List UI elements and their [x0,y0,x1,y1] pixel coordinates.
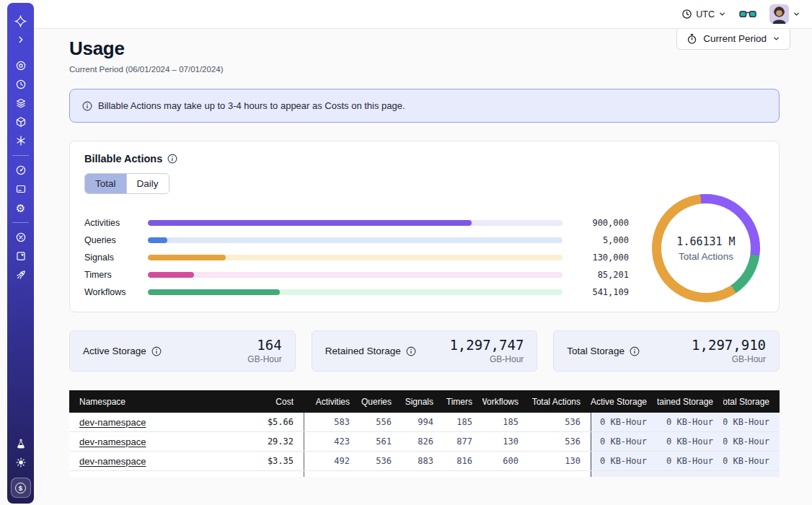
col-retained-storage: Retained Storage [657,390,723,413]
activities-cell: 492 [304,452,360,470]
info-icon [82,101,92,111]
bar-row-timers: Timers 85,201 [84,266,629,284]
chevron-right-icon[interactable] [11,30,31,49]
retained-storage-card: Retained Storage 1,297,747 GB-Hour [312,330,538,372]
activities-cell: 423 [304,432,360,451]
namespace-usage-table: Namespace Cost Activities Queries Signal… [69,390,780,477]
bar-row-activities: Activities 900,000 [84,214,629,232]
bar-track [148,272,562,278]
retained-storage-cell: 0 KB-Hour [657,413,723,431]
cost-cell: 29.32 [243,432,304,451]
table-row: dev-namespace $5.66 583 556 994 185 185 … [69,413,780,432]
timezone-selector[interactable]: UTC [681,9,726,19]
total-storage-cell: 0 KB-Hour [723,452,780,470]
billable-actions-chart: Activities 900,000 Queries 5,000 Signals… [84,206,764,302]
dollar-icon[interactable]: $ [11,478,31,498]
total-daily-toggle: Total Daily [84,173,169,194]
retained-storage-cell: 0 KB-Hour [657,452,723,470]
bar-track [148,255,562,260]
bar-row-signals: Signals 130,000 [84,249,629,266]
table-row: dev-namespace $3.35 492 536 883 816 600 … [69,452,780,471]
sun-icon[interactable] [11,453,31,472]
storage-card-label: Total Storage [567,346,625,356]
col-queries: Queries [360,390,402,413]
col-timers: Timers [443,390,482,413]
bar-label: Workflows [84,287,148,297]
timers-cell: 185 [443,413,482,431]
info-banner: Billable Actions may take up to 3-4 hour… [69,89,780,123]
storage-card-unit: GB-Hour [247,354,281,364]
donut-total-value: 1.66131 M [676,235,735,248]
layers-icon[interactable] [11,94,31,113]
col-total-actions: Total Actions [529,390,591,413]
rocket-icon[interactable] [11,265,31,284]
flask-icon[interactable] [11,434,31,453]
bar-row-workflows: Workflows 541,109 [84,284,629,301]
info-icon[interactable] [151,346,162,356]
star-logo-icon[interactable] [11,12,31,30]
tab-daily[interactable]: Daily [126,174,169,193]
total-actions-cell: 130 [529,452,591,470]
sidebar-nav: ⚙ $ [7,3,34,504]
bar-value: 900,000 [562,218,629,228]
donut-center: 1.66131 M Total Actions [661,203,751,293]
info-icon[interactable] [406,346,416,356]
bar-value: 541,109 [562,287,629,297]
total-storage-cell: 0 KB-Hour [723,432,780,451]
bar-track [148,220,562,226]
account-menu[interactable] [769,4,800,24]
current-period-dropdown[interactable]: Current Period [676,27,790,50]
total-storage-cell: 0 KB-Hour [723,413,780,431]
sidebar-divider [12,155,29,156]
storage-card-label: Retained Storage [325,346,401,356]
book-icon[interactable] [11,247,31,265]
gear-icon[interactable]: ⚙ [11,198,31,217]
storage-card-label: Active Storage [83,346,146,356]
signals-cell: 826 [402,432,443,451]
retained-storage-cell: 0 KB-Hour [657,432,723,451]
col-cost: Cost [243,390,304,413]
queries-cell: 536 [360,452,402,470]
page-title: Usage [69,38,780,60]
clock-icon[interactable] [11,75,31,94]
circle-x-icon[interactable] [11,228,31,247]
total-actions-cell: 536 [529,432,591,451]
timers-cell: 877 [443,432,482,451]
queries-cell: 561 [360,432,402,451]
workflows-cell: 185 [482,413,529,431]
concentric-circles-icon[interactable] [11,56,31,75]
active-storage-cell: 0 KB-Hour [591,432,657,451]
chevron-down-icon [772,35,780,43]
active-storage-cell: 0 KB-Hour [591,413,657,431]
billable-actions-card: Billable Actions Total Daily Activities … [69,141,780,312]
cube-icon[interactable] [11,113,31,131]
timers-cell: 816 [443,452,482,470]
bar-chart: Activities 900,000 Queries 5,000 Signals… [84,206,629,302]
workflows-cell: 130 [482,432,529,451]
glasses-icon[interactable] [739,9,756,19]
gauge-icon[interactable] [11,161,31,180]
info-icon[interactable] [167,154,177,164]
col-activities: Activities [304,390,360,413]
asterisk-icon[interactable] [11,131,31,150]
card-title: Billable Actions [84,153,162,164]
banner-text: Billable Actions may take up to 3-4 hour… [98,100,405,111]
bar-value: 130,000 [562,252,629,263]
browser-card-icon[interactable] [11,180,31,198]
active-storage-card: Active Storage 164 GB-Hour [69,330,296,372]
info-icon[interactable] [630,346,640,356]
col-active-storage: Active Storage [591,390,657,413]
tab-total[interactable]: Total [85,174,126,193]
workflows-cell: 600 [482,452,529,470]
col-signals: Signals [402,390,443,413]
storage-card-value: 164 [247,338,281,353]
col-workflows: Workflows [482,390,529,413]
namespace-link[interactable]: dev-namespace [79,436,146,447]
namespace-link[interactable]: dev-namespace [79,417,146,428]
active-storage-cell: 0 KB-Hour [591,452,657,470]
total-actions-donut: 1.66131 M Total Actions [652,194,760,302]
bar-row-queries: Queries 5,000 [84,232,629,249]
total-actions-cell: 536 [529,413,591,431]
bar-fill [148,220,472,226]
namespace-link[interactable]: dev-namespace [79,456,146,467]
